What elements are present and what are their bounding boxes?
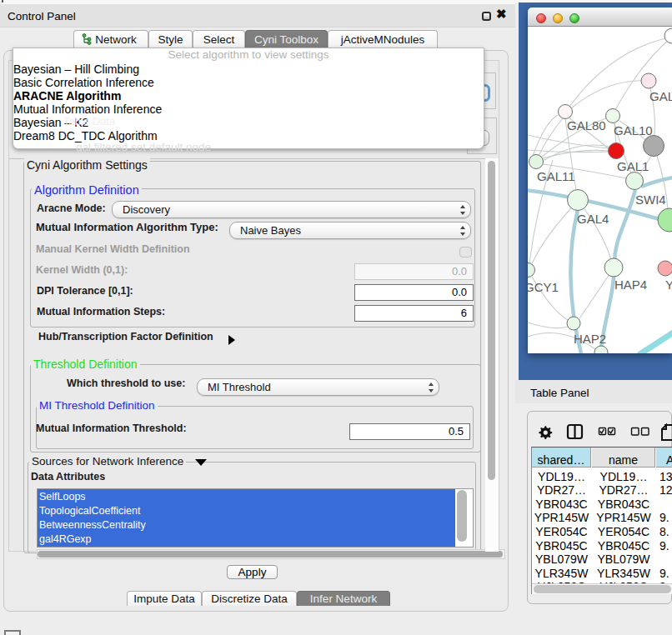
svg-text:GAL10: GAL10 xyxy=(614,123,653,138)
svg-text:HAP4: HAP4 xyxy=(614,278,647,292)
svg-text:GAL7: GAL7 xyxy=(649,89,672,103)
svg-text:GCY1: GCY1 xyxy=(528,280,559,294)
svg-text:SWI4: SWI4 xyxy=(635,192,666,207)
svg-text:GAL80: GAL80 xyxy=(567,118,606,132)
svg-text:GAL4: GAL4 xyxy=(577,212,609,226)
svg-text:Y: Y xyxy=(665,278,672,292)
svg-text:GAL11: GAL11 xyxy=(537,169,575,183)
svg-text:HAP2: HAP2 xyxy=(574,332,606,346)
svg-text:GAL1: GAL1 xyxy=(617,159,649,173)
